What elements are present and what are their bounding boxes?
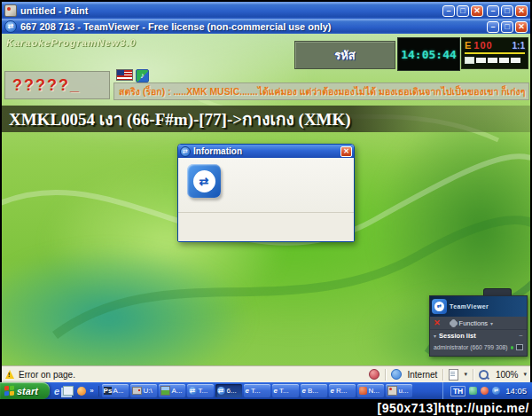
zoom-level-value[interactable]: 100% <box>496 370 519 380</box>
taskbar-button-label: A... <box>113 387 124 395</box>
show-desktop-icon[interactable] <box>63 386 74 396</box>
information-dialog: ⇄ Information ✕ ⇄ <box>177 144 355 242</box>
maximize-button[interactable]: □ <box>501 21 513 33</box>
internet-explorer-icon: e <box>246 387 249 395</box>
zoom-magnifier-icon[interactable] <box>479 370 489 380</box>
outer-window-controls: – □ ✕ <box>487 5 528 17</box>
start-label: start <box>17 386 38 396</box>
page-icon[interactable] <box>449 369 458 381</box>
taskbar-button[interactable]: e T... <box>244 384 270 397</box>
language-indicator[interactable]: TH <box>450 386 466 396</box>
close-button[interactable]: ✕ <box>515 21 528 33</box>
warning-icon: ! <box>5 370 14 379</box>
close-button[interactable]: ✕ <box>471 5 483 17</box>
minimize-button[interactable]: – <box>487 5 499 17</box>
internet-explorer-icon[interactable]: e <box>54 386 59 396</box>
taskbar-button[interactable]: e R... <box>329 384 356 397</box>
taskbar-button-label: B... <box>308 387 318 395</box>
paint-window-title: untitled - Paint <box>20 5 439 16</box>
teamviewer-icon: ⇄ <box>217 387 225 395</box>
status-error-text: Error on page. <box>19 370 75 380</box>
song-title-text: XMKL0054 เงา (66-F#m)-[77]->กางเกง (XMK) <box>9 106 351 132</box>
counter-e-label: E <box>465 40 471 51</box>
dialog-titlebar[interactable]: ⇄ Information ✕ <box>178 145 354 158</box>
teamviewer-titlebar[interactable]: ⇄ 667 208 713 - TeamViewer - Free licens… <box>2 19 530 34</box>
taskbar-button[interactable]: e T... <box>272 384 299 397</box>
tray-app-icon[interactable] <box>481 387 489 395</box>
maximize-button[interactable]: □ <box>457 5 469 17</box>
counter-value: 100 <box>473 40 492 51</box>
start-button[interactable]: start <box>0 382 50 399</box>
taskbar-button[interactable]: U:\ <box>130 384 157 397</box>
paint-window-controls: – □ ✕ <box>442 5 483 17</box>
panel-toolbar: ✕ Functions ▾ <box>430 317 527 330</box>
clock-time: 14:05:44 <box>401 48 457 61</box>
divider <box>442 369 443 381</box>
paint-app-icon <box>4 4 17 17</box>
level-segments <box>465 57 525 64</box>
taskbar-button-label: R... <box>336 387 347 395</box>
dialog-body: ⇄ <box>178 158 354 212</box>
functions-menu[interactable]: Functions <box>459 319 489 327</box>
paint-icon <box>387 386 397 396</box>
minimize-button[interactable]: – <box>442 5 455 17</box>
taskbar-button-active[interactable]: ⇄ 6... <box>215 384 242 397</box>
session-entry-label: administrator (660 799 308) <box>434 344 508 350</box>
taskbar-button[interactable]: ⇄ T... <box>187 384 214 397</box>
remote-desktop-view: KaraokeProgramNew3.0 รหัส 14:05:44 E 100… <box>2 34 530 365</box>
teamviewer-logo: ⇄ <box>187 164 221 198</box>
chevron-down-icon[interactable]: ▾ <box>523 371 527 378</box>
taskbar-button-label: 6... <box>227 387 237 395</box>
chevron-down-icon[interactable]: ▾ <box>490 320 493 326</box>
close-session-icon[interactable]: ✕ <box>434 318 441 327</box>
collapse-icon[interactable]: − <box>519 332 523 340</box>
close-icon[interactable]: ✕ <box>340 146 352 157</box>
taskbar-button[interactable]: e B... <box>301 384 327 397</box>
dialog-title: Information <box>193 146 340 156</box>
language-flags: ♪ <box>116 69 149 82</box>
quick-launch-bar: e » <box>50 386 99 396</box>
taskbar-button[interactable]: A... <box>159 384 185 397</box>
teamviewer-app-icon: ⇄ <box>4 20 17 33</box>
teamviewer-window-title: 667 208 713 - TeamViewer - Free license … <box>20 21 483 32</box>
close-button[interactable]: ✕ <box>515 5 528 17</box>
taskbar-button[interactable]: N... <box>357 384 384 397</box>
session-list-label: Session list <box>439 332 476 340</box>
taskbar-button-label: N... <box>369 387 379 395</box>
blocked-content-icon[interactable] <box>369 369 379 380</box>
internet-explorer-icon: e <box>274 387 278 395</box>
quick-launch-overflow-icon[interactable]: » <box>90 387 93 395</box>
lyric-marquee-bar: สตริง (ร็อก) : .....XMK MUSIC.......ได้แ… <box>113 82 529 100</box>
taskbar-button-label: U:\ <box>144 387 153 395</box>
gear-icon <box>450 320 457 326</box>
taskbar-button-label: u... <box>399 387 409 395</box>
us-flag-icon <box>116 69 133 81</box>
taskbar-button-label: T... <box>251 387 261 395</box>
brand-label: TeamViewer <box>450 303 489 310</box>
tray-volume-icon[interactable] <box>469 387 477 395</box>
session-entry-row[interactable]: administrator (660 799 308) <box>430 341 527 353</box>
taskbar-buttons: Ps A... U:\ A... ⇄ T... ⇄ 6... e T... <box>99 384 442 397</box>
paint-titlebar[interactable]: untitled - Paint – □ ✕ – □ ✕ <box>2 2 530 19</box>
watermark-text: [950x713]http://upic.me/ <box>378 401 530 415</box>
minimize-button[interactable]: – <box>487 21 499 33</box>
queue-text: ?????_ <box>12 76 81 95</box>
taskbar-button[interactable]: u... <box>386 384 412 397</box>
browser-app-icon[interactable] <box>77 387 86 396</box>
teamviewer-app-icon: ⇄ <box>180 146 191 157</box>
app-red-icon <box>359 387 367 395</box>
image-host-watermark-strip: [950x713]http://upic.me/ <box>0 399 532 416</box>
internet-zone-icon <box>391 369 402 380</box>
tray-teamviewer-icon[interactable]: ⇄ <box>492 387 500 395</box>
image-icon <box>160 386 170 396</box>
tray-clock[interactable]: 14:05 <box>505 386 527 396</box>
online-status-icon <box>511 346 513 349</box>
session-list-header[interactable]: ▾ Session list − <box>430 330 527 341</box>
monitor-icon[interactable] <box>516 344 523 350</box>
restore-button[interactable]: □ <box>501 5 513 17</box>
teamviewer-logo: ⇄ <box>432 299 447 314</box>
taskbar-button[interactable]: Ps A... <box>102 384 129 397</box>
drive-icon <box>132 387 142 395</box>
chevron-down-icon[interactable]: ▾ <box>464 371 467 378</box>
queue-display-panel: ?????_ <box>4 71 110 99</box>
